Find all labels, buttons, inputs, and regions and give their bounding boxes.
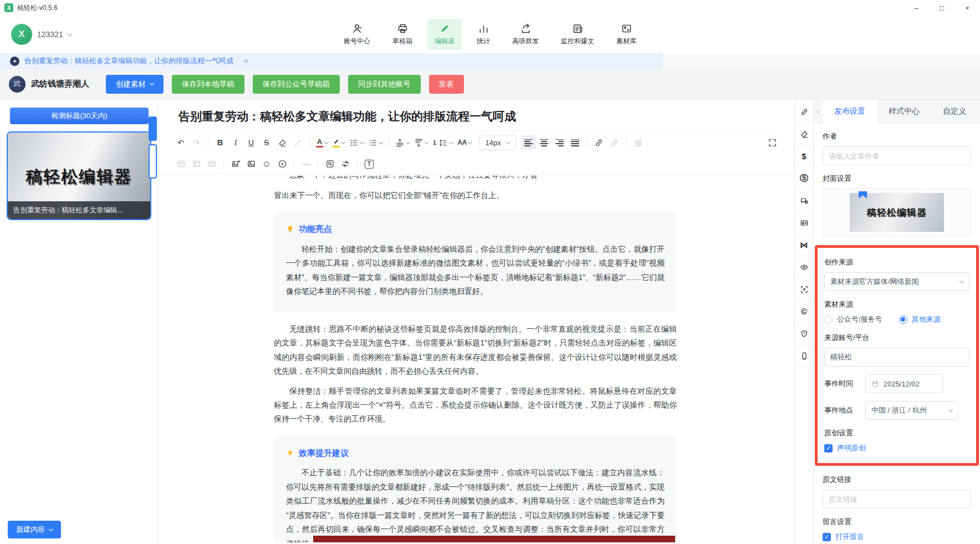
- create-material-button[interactable]: 创建素材: [106, 75, 164, 94]
- save-local-draft-button[interactable]: 保存到本地草稿: [172, 75, 244, 94]
- letter-spacing-button[interactable]: AA: [456, 135, 473, 150]
- align-left-button[interactable]: [522, 135, 536, 150]
- radio-mp-account[interactable]: [824, 316, 833, 324]
- fullscreen-icon[interactable]: [765, 135, 779, 150]
- emoji-icon[interactable]: ☺: [259, 157, 274, 171]
- italic-button[interactable]: I: [228, 135, 243, 150]
- app-header: X 123321 账号中心 草稿箱 编辑器 统计 高级群发: [0, 16, 980, 53]
- nav-mass-send[interactable]: 高级群发: [505, 19, 546, 50]
- save-mp-draft-button[interactable]: 保存到公众号草稿箱: [253, 75, 340, 94]
- toolbar-divider: [208, 138, 208, 148]
- copyright-icon[interactable]: ©: [795, 301, 813, 323]
- nav-editor[interactable]: 编辑器: [427, 19, 462, 50]
- nav-drafts[interactable]: 草稿箱: [385, 19, 420, 50]
- article-tab-inactive[interactable]: [149, 144, 157, 179]
- layout-top-icon[interactable]: [173, 157, 188, 171]
- align-center-button[interactable]: [537, 135, 552, 150]
- author-input[interactable]: [823, 146, 971, 165]
- chat-icon[interactable]: [795, 190, 813, 212]
- tabs-scroll-left-icon[interactable]: ‹: [814, 107, 823, 115]
- minimize-icon[interactable]: –: [904, 0, 929, 16]
- tab-custom[interactable]: 自定义: [931, 100, 978, 123]
- chevron-down-icon: [468, 139, 472, 144]
- strikethrough-button[interactable]: S: [259, 135, 274, 150]
- paragraph: 不止于基础：几个让你的效率加倍的小建议在实际使用中，你或许可以尝试以下做法：建立…: [286, 466, 665, 542]
- layout-middle-icon[interactable]: [189, 157, 203, 171]
- mobile-icon[interactable]: [795, 345, 813, 367]
- find-in-doc-icon[interactable]: [323, 157, 337, 171]
- article-thumbnail-card[interactable]: 稿轻松编辑器 告别重复劳动：稿轻松多文章编辑...: [7, 131, 151, 220]
- original-settings-label: 原创设置: [824, 428, 969, 438]
- nav-account-center[interactable]: 账号中心: [336, 19, 377, 50]
- maximize-icon[interactable]: □: [929, 0, 955, 16]
- chevron-down-icon: [49, 526, 53, 531]
- font-size-select[interactable]: 14px: [479, 135, 515, 150]
- magic-format-icon[interactable]: [290, 135, 305, 150]
- space-after-button[interactable]: [412, 135, 430, 150]
- radio-other-source[interactable]: [899, 316, 907, 324]
- font-color-button[interactable]: A: [314, 135, 330, 150]
- source-account-input[interactable]: [824, 348, 969, 367]
- bold-button[interactable]: B: [213, 135, 227, 150]
- align-justify-button[interactable]: [568, 135, 583, 150]
- find-replace-icon[interactable]: [338, 157, 353, 171]
- highlight-color-button[interactable]: [331, 135, 346, 150]
- checkbox-checked-icon[interactable]: ✓: [824, 444, 833, 453]
- underline-button[interactable]: U: [244, 135, 258, 150]
- insert-video-icon[interactable]: [275, 157, 289, 171]
- event-place-select[interactable]: 中国 / 浙江 / 杭州: [865, 401, 958, 420]
- scan-icon[interactable]: [795, 278, 813, 301]
- align-right-button[interactable]: [553, 135, 567, 150]
- clear-format-icon[interactable]: [275, 135, 289, 150]
- dollar-icon[interactable]: $: [795, 145, 813, 167]
- tab-publish-settings[interactable]: 发布设置: [823, 100, 877, 123]
- eye-icon[interactable]: [795, 256, 813, 278]
- event-date-picker[interactable]: 2025/12/02: [865, 374, 943, 393]
- frame-icon[interactable]: [631, 135, 646, 150]
- new-content-button[interactable]: 新建内容: [8, 521, 61, 538]
- nav-stats[interactable]: 统计: [469, 19, 497, 50]
- document-scroll-area[interactable]: 想象一下：过去的写作流程里，你处理完一个灵感，往往要等很久，才会 冒出来下一个。…: [159, 175, 794, 542]
- remove-link-icon[interactable]: [608, 135, 622, 150]
- cover-uploader[interactable]: 稿轻松编辑器: [823, 189, 971, 236]
- space-before-button[interactable]: [394, 135, 411, 150]
- insert-image-icon[interactable]: [228, 157, 243, 171]
- original-link-input[interactable]: [823, 490, 971, 509]
- shield-alert-icon[interactable]: [795, 323, 813, 345]
- bowtie-icon[interactable]: ⋈: [795, 234, 813, 256]
- line-height-button[interactable]: 1: [431, 135, 455, 150]
- cover-label: 封面设置: [823, 174, 971, 184]
- image-library-icon[interactable]: [244, 157, 258, 171]
- check-title-button[interactable]: 检测标题(30天内): [10, 108, 149, 124]
- close-icon[interactable]: ×: [955, 0, 980, 16]
- editor-pane: 告别重复劳动：稿轻松多文章编辑功能，让你的排版流程一气呵成 ↶ ↷ B I U …: [159, 100, 795, 544]
- id-card-icon[interactable]: [795, 212, 813, 234]
- sync-accounts-button[interactable]: 同步到其他账号: [348, 75, 421, 94]
- redo-icon[interactable]: ↷: [189, 135, 203, 150]
- checkbox-checked-icon[interactable]: ✓: [823, 533, 831, 541]
- ordered-list-button[interactable]: [348, 135, 365, 150]
- tab-style-center[interactable]: 样式中心: [877, 100, 931, 123]
- notice-row: ✦ 告别重复劳动：稿轻松多文章编辑功能，让你的排版流程一气呵成 ×: [0, 53, 980, 69]
- horizontal-rule-icon[interactable]: —: [299, 157, 313, 171]
- unordered-list-button[interactable]: [366, 135, 384, 150]
- insert-link-icon[interactable]: [592, 135, 606, 150]
- nav-monitor[interactable]: 监控和爆文: [554, 19, 601, 50]
- tabs-scroll-right-icon[interactable]: ›: [978, 107, 980, 115]
- paragraph: 保持整洁：顺手管理你的文章列表如果某篇文章临时不需要了，管理起来也非常轻松。将鼠…: [274, 384, 677, 426]
- article-title-input[interactable]: 告别重复劳动：稿轻松多文章编辑功能，让你的排版流程一气呵成: [175, 100, 778, 131]
- account-switcher[interactable]: X 123321: [11, 24, 72, 45]
- article-tab-active[interactable]: [149, 116, 157, 141]
- chevron-down-icon: [379, 139, 383, 144]
- link-icon[interactable]: [795, 101, 813, 123]
- nav-material-library[interactable]: 素材库: [609, 19, 644, 50]
- layout-bottom-icon[interactable]: [205, 157, 219, 171]
- undo-icon[interactable]: ↶: [173, 135, 188, 150]
- text-frame-icon[interactable]: T: [362, 157, 376, 171]
- creation-source-select[interactable]: 素材来源官方媒体/网络新闻: [824, 272, 969, 291]
- eraser-icon[interactable]: [795, 123, 813, 145]
- publish-button[interactable]: 发表: [429, 75, 464, 94]
- announcement-close-icon[interactable]: ×: [244, 57, 248, 65]
- s-circle-icon[interactable]: Ⓢ: [795, 167, 813, 190]
- announcement-bar[interactable]: ✦ 告别重复劳动：稿轻松多文章编辑功能，让你的排版流程一气呵成 ×: [0, 53, 663, 69]
